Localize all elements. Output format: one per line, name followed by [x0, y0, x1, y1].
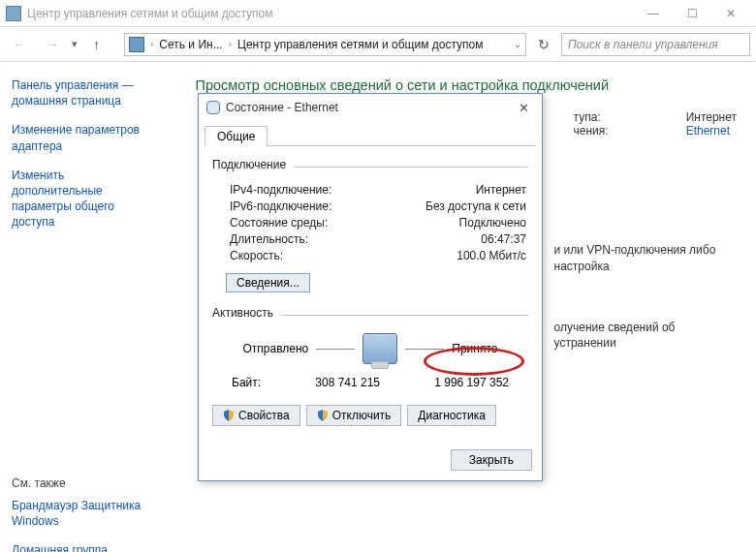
breadcrumb-segment[interactable]: Центр управления сетями и общим доступом	[237, 38, 484, 51]
sidebar-link-sharing[interactable]: Изменить дополнительные параметры общего…	[12, 168, 145, 230]
computer-icon	[362, 333, 397, 364]
sidebar-link-homegroup[interactable]: Домашняя группа	[12, 542, 145, 552]
search-input[interactable]: Поиск в панели управления	[561, 33, 750, 56]
properties-button[interactable]: Свойства	[212, 405, 300, 426]
app-icon	[6, 6, 21, 21]
row-speed: Скорость:100.0 Мбит/с	[212, 247, 528, 263]
group-connection-label: Подключение	[212, 158, 286, 171]
breadcrumb-segment[interactable]: Сеть и Ин...	[159, 38, 222, 51]
search-placeholder: Поиск в панели управления	[568, 38, 718, 51]
see-also-label: См. также	[12, 476, 145, 490]
connection-label: чения:	[574, 124, 609, 138]
window-title: Центр управления сетями и общим доступом	[27, 7, 634, 20]
dialog-titlebar: Состояние - Ethernet ✕	[199, 94, 542, 121]
breadcrumb-icon	[129, 37, 144, 52]
window-titlebar: Центр управления сетями и общим доступом…	[0, 0, 756, 27]
bytes-sent: 308 741 215	[315, 376, 380, 389]
status-dialog: Состояние - Ethernet ✕ Общие Подключение…	[198, 93, 543, 481]
dialog-close-ok-button[interactable]: Закрыть	[451, 449, 532, 471]
up-button[interactable]: ↑	[93, 37, 118, 52]
maximize-button[interactable]: ☐	[673, 0, 711, 27]
shield-icon	[223, 410, 235, 421]
separator	[294, 167, 528, 168]
access-type-label: тупа:	[574, 110, 601, 124]
dialog-title: Состояние - Ethernet	[226, 101, 338, 114]
disable-button[interactable]: Отключить	[306, 405, 402, 426]
separator	[281, 315, 528, 316]
refresh-button[interactable]: ↻	[532, 33, 555, 56]
row-ipv6: IPv6-подключение:Без доступа к сети	[212, 198, 528, 214]
connection-link[interactable]: Ethernet	[686, 124, 730, 138]
row-duration: Длительность:06:47:37	[212, 230, 528, 247]
bytes-label: Байт:	[232, 376, 261, 389]
received-label: Принято	[452, 342, 497, 355]
close-button[interactable]: ✕	[711, 0, 750, 27]
minimize-button[interactable]: —	[634, 0, 673, 27]
forward-button[interactable]: →	[39, 31, 66, 58]
ethernet-icon	[206, 101, 220, 114]
truncated-text: и или VPN-подключения либо настройка	[554, 242, 737, 275]
diagnose-button[interactable]: Диагностика	[407, 405, 496, 426]
details-button[interactable]: Сведения...	[226, 273, 310, 292]
activity-diagram: Отправлено Принято	[212, 333, 528, 364]
bytes-received: 1 996 197 352	[434, 376, 509, 389]
tab-general[interactable]: Общие	[205, 126, 268, 146]
bytes-row: Байт: 308 741 215 1 996 197 352	[212, 372, 528, 397]
chevron-right-icon: ›	[150, 39, 153, 49]
sent-label: Отправлено	[243, 342, 309, 355]
sidebar: Панель управления — домашняя страница Из…	[0, 62, 157, 552]
shield-icon	[317, 410, 329, 421]
back-button[interactable]: ←	[6, 31, 33, 58]
sidebar-link-home[interactable]: Панель управления — домашняя страница	[12, 77, 145, 108]
breadcrumb-dropdown-icon[interactable]: ⌄	[514, 39, 521, 49]
chevron-right-icon: ›	[229, 39, 232, 49]
access-type-value: Интернет	[686, 110, 737, 124]
truncated-text: олучение сведений об устранении	[554, 320, 737, 353]
toolbar: ← → ▾ ↑ › Сеть и Ин... › Центр управлени…	[0, 27, 756, 62]
row-media-state: Состояние среды:Подключено	[212, 214, 528, 230]
dialog-close-button[interactable]: ✕	[513, 101, 534, 115]
page-heading: Просмотр основных сведений о сети и наст…	[196, 77, 737, 93]
breadcrumb[interactable]: › Сеть и Ин... › Центр управления сетями…	[124, 33, 526, 56]
group-activity-label: Активность	[212, 306, 273, 320]
row-ipv4: IPv4-подключение:Интернет	[212, 181, 528, 198]
sidebar-link-adapter[interactable]: Изменение параметров адаптера	[12, 122, 145, 153]
history-dropdown[interactable]: ▾	[72, 38, 87, 50]
sidebar-link-firewall[interactable]: Брандмауэр Защитника Windows	[12, 498, 145, 529]
